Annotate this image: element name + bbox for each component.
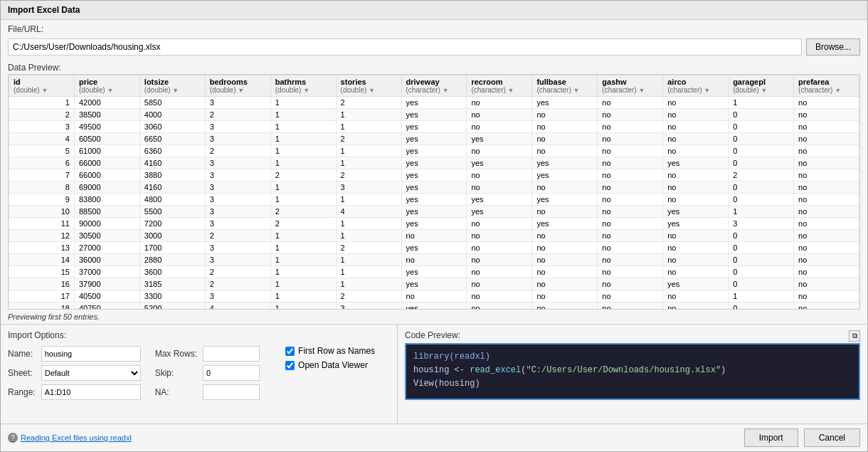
col-header-prefarea[interactable]: prefarea(character) ▼	[794, 75, 859, 97]
file-url-row: Browse...	[1, 37, 867, 60]
table-row: 13270001700312yesnononono0no	[9, 242, 859, 254]
open-viewer-label: Open Data Viewer	[298, 360, 368, 370]
col-header-price[interactable]: price(double) ▼	[74, 75, 139, 97]
preview-note: Previewing first 50 entries.	[1, 310, 867, 324]
data-preview-table: id(double) ▼price(double) ▼lotsize(doubl…	[9, 75, 859, 309]
browse-button[interactable]: Browse...	[806, 38, 860, 56]
footer-buttons: Import Cancel	[744, 429, 860, 447]
file-url-label: File/URL:	[1, 20, 867, 37]
na-input[interactable]	[203, 384, 260, 400]
name-label: Name:	[8, 349, 36, 359]
table-row: 12305003000211nonononono0no	[9, 230, 859, 242]
table-row: 14360002880311nonononono0no	[9, 254, 859, 266]
table-row: 1420005850312yesnoyesnono1no	[9, 97, 859, 109]
table-row: 17405003300312nonononono1no	[9, 290, 859, 303]
table-row: 7660003880322yesnoyesnono2no	[9, 169, 859, 182]
file-url-input[interactable]	[8, 38, 802, 56]
table-row: 15370003600211yesnononono0no	[9, 266, 859, 278]
options-left-grid: Name: Sheet: Default Range:	[8, 346, 141, 400]
help-icon: ?	[8, 433, 18, 443]
col-header-garagepl[interactable]: garagepl(double) ▼	[729, 75, 794, 97]
open-viewer-checkbox-row: Open Data Viewer	[285, 360, 375, 370]
open-viewer-checkbox[interactable]	[285, 361, 295, 370]
col-header-fullbase[interactable]: fullbase(character) ▼	[532, 75, 598, 97]
range-input[interactable]	[41, 384, 141, 400]
footer: ? Reading Excel files using readxl Impor…	[1, 424, 867, 451]
col-header-driveway[interactable]: driveway(character) ▼	[401, 75, 467, 97]
table-row: 6660004160311yesyesyesnoyes0no	[9, 157, 859, 169]
col-header-lotsize[interactable]: lotsize(double) ▼	[139, 75, 205, 97]
code-preview-title: Code Preview:	[405, 330, 460, 340]
import-button[interactable]: Import	[744, 429, 798, 447]
code-line-2: housing <- read_excel("C:/Users/User/Dow…	[413, 364, 852, 377]
table-row: 9838004800311yesyesyesnono0no	[9, 194, 859, 206]
skip-label: Skip:	[155, 368, 197, 378]
max-rows-input[interactable]	[203, 346, 260, 362]
table-row: 18407505200413yesnononono0no	[9, 303, 859, 310]
col-header-gashw[interactable]: gashw(character) ▼	[598, 75, 663, 97]
skip-input[interactable]	[203, 365, 260, 381]
copy-icon[interactable]: ⧉	[849, 330, 860, 342]
col-header-stories[interactable]: stories(double) ▼	[336, 75, 401, 97]
col-header-bedrooms[interactable]: bedrooms(double) ▼	[205, 75, 270, 97]
col-header-bathrms[interactable]: bathrms(double) ▼	[270, 75, 336, 97]
first-row-checkbox[interactable]	[285, 347, 295, 356]
table-scroll-area[interactable]: id(double) ▼price(double) ▼lotsize(doubl…	[9, 75, 859, 309]
cancel-button[interactable]: Cancel	[804, 429, 860, 447]
first-row-label: First Row as Names	[298, 346, 375, 356]
table-row: 4605006650312yesyesnonono0no	[9, 133, 859, 145]
name-input[interactable]	[41, 346, 141, 362]
col-header-airco[interactable]: airco(character) ▼	[663, 75, 729, 97]
table-row: 3495003060311yesnononono0no	[9, 121, 859, 133]
data-preview-label: Data Preview:	[1, 60, 867, 74]
table-row: 2385004000211yesnononono0no	[9, 109, 859, 121]
help-link[interactable]: ? Reading Excel files using readxl	[8, 433, 132, 443]
data-preview-table-container: id(double) ▼price(double) ▼lotsize(doubl…	[8, 74, 860, 310]
table-row: 10885005500324yesyesnonoyes1no	[9, 206, 859, 218]
sheet-label: Sheet:	[8, 368, 36, 378]
range-label: Range:	[8, 387, 36, 397]
import-options-panel: Import Options: Name: Sheet: Default Ran…	[1, 325, 398, 424]
code-preview-box: library(readxl) housing <- read_excel("C…	[405, 343, 860, 400]
col-header-recroom[interactable]: recroom(character) ▼	[467, 75, 532, 97]
table-row: 5610006360211yesnononono0no	[9, 145, 859, 157]
table-row: 8690004160313yesnononono0no	[9, 182, 859, 194]
help-link-text: Reading Excel files using readxl	[21, 433, 132, 442]
na-label: NA:	[155, 387, 197, 397]
col-header-id[interactable]: id(double) ▼	[9, 75, 75, 97]
code-line-3: View(housing)	[413, 377, 852, 391]
table-row: 16379003185211yesnononoyes0no	[9, 278, 859, 290]
bottom-section: Import Options: Name: Sheet: Default Ran…	[1, 324, 867, 424]
max-rows-label: Max Rows:	[155, 349, 197, 359]
checkboxes-panel: First Row as Names Open Data Viewer	[285, 346, 375, 370]
dialog-title: Import Excel Data	[1, 1, 867, 20]
first-row-checkbox-row: First Row as Names	[285, 346, 375, 356]
code-preview-panel: Code Preview: ⧉ library(readxl) housing …	[398, 325, 867, 424]
import-excel-dialog: Import Excel Data File/URL: Browse... Da…	[0, 0, 868, 452]
code-line-1: library(readxl)	[413, 350, 852, 364]
import-options-title: Import Options:	[8, 330, 390, 340]
table-row: 11900007200321yesnoyesnoyes3no	[9, 218, 859, 230]
options-right-grid: Max Rows: Skip: NA:	[155, 346, 260, 400]
sheet-select[interactable]: Default	[41, 365, 141, 381]
